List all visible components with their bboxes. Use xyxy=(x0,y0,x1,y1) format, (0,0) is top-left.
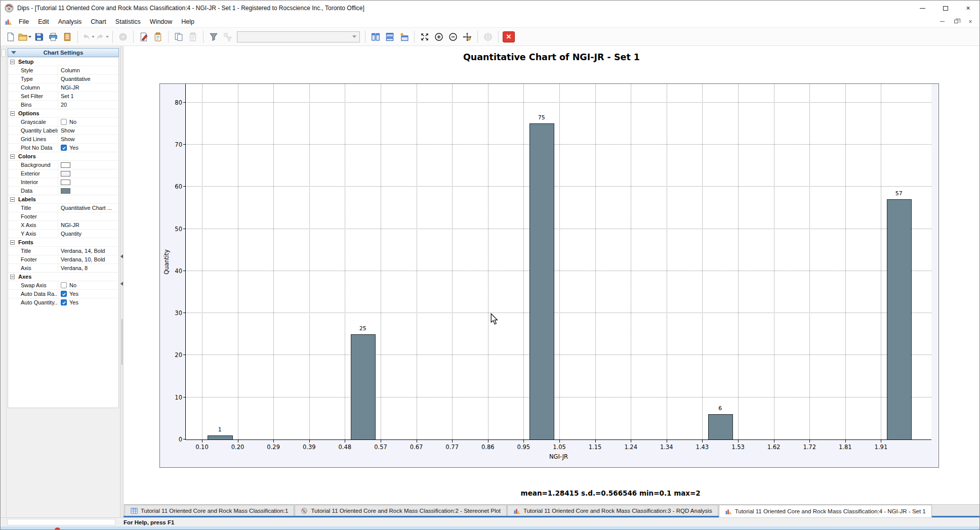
prop-row-style[interactable]: StyleColumn xyxy=(8,66,118,74)
prop-row-bins[interactable]: Bins20 xyxy=(8,100,118,109)
prop-value[interactable]: Show xyxy=(58,135,118,143)
copy-button[interactable] xyxy=(172,30,186,44)
dropdown-arrow-icon[interactable] xyxy=(92,36,95,38)
splitter-grip[interactable] xyxy=(121,319,123,365)
menu-statistics[interactable]: Statistics xyxy=(111,17,145,26)
section-axes[interactable]: Axes xyxy=(8,272,118,281)
document-tab-2[interactable]: Tutorial 11 Oriented Core and Rock Mass … xyxy=(295,505,507,516)
prop-row-footer[interactable]: Footer xyxy=(8,212,118,220)
menu-file[interactable]: File xyxy=(14,17,33,26)
prop-value[interactable] xyxy=(58,178,118,186)
prop-value[interactable]: Quantity xyxy=(58,230,118,238)
prop-row-data[interactable]: Data xyxy=(8,186,118,195)
menu-window[interactable]: Window xyxy=(145,17,177,26)
tile-vertical-button[interactable] xyxy=(369,30,383,44)
chart-settings-header[interactable]: Chart Settings xyxy=(8,48,119,57)
section-labels[interactable]: Labels xyxy=(8,195,118,203)
prop-row-x-axis[interactable]: X AxisNGI-JR xyxy=(8,220,118,229)
prop-value[interactable]: Verdana, 8 xyxy=(58,264,118,272)
prop-row-column[interactable]: ColumnNGI-JR xyxy=(8,83,118,92)
prop-value[interactable]: NGI-JR xyxy=(58,221,118,229)
dropdown-arrow-icon[interactable] xyxy=(106,36,109,38)
pan-button[interactable] xyxy=(460,30,474,44)
zoom-extents-button[interactable] xyxy=(418,30,432,44)
edit-properties-button[interactable] xyxy=(137,30,151,44)
prop-value[interactable]: Yes xyxy=(58,290,118,298)
prop-row-interior[interactable]: Interior xyxy=(8,178,118,186)
paste-button[interactable] xyxy=(186,30,200,44)
histogram-bar[interactable] xyxy=(351,334,376,439)
checkbox-checked-icon[interactable] xyxy=(61,145,67,151)
zoom-in-button[interactable] xyxy=(432,30,446,44)
collapse-icon[interactable] xyxy=(10,111,15,116)
prop-value[interactable]: Verdana, 10, Bold xyxy=(58,255,118,263)
symbol-combo-dropdown[interactable] xyxy=(237,31,360,42)
checkbox-checked-icon[interactable] xyxy=(61,299,67,305)
prop-row-quantity-labels[interactable]: Quantity LabelsShow xyxy=(8,126,118,135)
color-swatch[interactable] xyxy=(61,171,70,176)
prop-row-swap-axis[interactable]: Swap AxisNo xyxy=(8,281,118,289)
mdi-close-button[interactable]: × xyxy=(966,18,974,25)
maximize-button[interactable] xyxy=(934,1,957,16)
menu-help[interactable]: Help xyxy=(177,17,199,26)
prop-value[interactable]: No xyxy=(58,281,118,289)
prop-value[interactable]: Set 1 xyxy=(58,92,118,100)
collapse-left-icon[interactable] xyxy=(120,282,123,286)
prop-value[interactable]: Quantitative Chart ... xyxy=(58,204,118,212)
checkbox-unchecked-icon[interactable] xyxy=(61,119,67,125)
menu-edit[interactable]: Edit xyxy=(33,17,54,26)
document-tab-1[interactable]: Tutorial 11 Oriented Core and Rock Mass … xyxy=(125,505,294,516)
open-button[interactable] xyxy=(18,30,32,44)
chart-view[interactable]: Quantitative Chart of NGI-JR - Set 1 Qua… xyxy=(124,46,979,504)
prop-row-grayscale[interactable]: GrayscaleNo xyxy=(8,117,118,126)
prop-row-plot-no-data[interactable]: Plot No DataYes xyxy=(8,143,118,152)
prop-value[interactable]: Column xyxy=(58,66,118,74)
prop-row-axis[interactable]: AxisVerdana, 8 xyxy=(8,263,118,272)
prop-row-type[interactable]: TypeQuantitative xyxy=(8,74,118,83)
section-fonts[interactable]: Fonts xyxy=(8,238,118,246)
histogram-bar[interactable] xyxy=(887,199,912,439)
prop-row-title[interactable]: TitleVerdana, 14, Bold xyxy=(8,246,118,255)
collapse-icon[interactable] xyxy=(10,240,15,245)
section-colors[interactable]: Colors xyxy=(8,152,118,160)
collapse-icon[interactable] xyxy=(10,275,15,279)
query-data-button[interactable] xyxy=(221,30,235,44)
stereonet-overlay-button[interactable] xyxy=(481,30,495,44)
prop-row-grid-lines[interactable]: Grid LinesShow xyxy=(8,135,118,143)
prop-value[interactable]: Verdana, 14, Bold xyxy=(58,247,118,255)
prop-row-title[interactable]: TitleQuantitative Chart ... xyxy=(8,203,118,212)
info-viewer-button[interactable] xyxy=(60,30,74,44)
prop-row-background[interactable]: Background xyxy=(8,160,118,169)
prop-value[interactable] xyxy=(58,187,118,195)
document-tab-4[interactable]: Tutorial 11 Oriented Core and Rock Mass … xyxy=(719,505,932,517)
prop-value[interactable]: No xyxy=(58,118,118,126)
prop-row-exterior[interactable]: Exterior xyxy=(8,169,118,178)
prop-row-auto-data-ra[interactable]: Auto Data Ra...Yes xyxy=(8,289,118,298)
section-options[interactable]: Options xyxy=(8,109,118,117)
collapse-left-icon[interactable] xyxy=(120,254,123,258)
prop-value[interactable]: Quantitative xyxy=(58,75,118,83)
save-button[interactable] xyxy=(32,30,46,44)
collapse-icon[interactable] xyxy=(10,197,15,202)
color-swatch[interactable] xyxy=(61,180,70,185)
dropdown-arrow-icon[interactable] xyxy=(28,36,31,38)
print-button[interactable] xyxy=(46,30,60,44)
prop-value[interactable]: 20 xyxy=(58,101,118,109)
checkbox-checked-icon[interactable] xyxy=(61,291,67,297)
prop-value[interactable] xyxy=(58,169,118,178)
close-view-button[interactable]: ✕ xyxy=(503,31,515,42)
prop-row-footer[interactable]: FooterVerdana, 10, Bold xyxy=(8,255,118,263)
redo-button[interactable] xyxy=(95,30,109,44)
panel-grab-handle[interactable] xyxy=(2,49,6,57)
color-swatch[interactable] xyxy=(61,162,70,168)
mdi-restore-button[interactable] xyxy=(952,18,960,25)
histogram-bar[interactable] xyxy=(529,123,554,439)
zoom-out-button[interactable] xyxy=(446,30,460,44)
section-setup[interactable]: Setup xyxy=(8,57,118,66)
undo-button[interactable] xyxy=(81,30,95,44)
prop-row-y-axis[interactable]: Y AxisQuantity xyxy=(8,229,118,238)
prop-value[interactable] xyxy=(58,161,118,169)
prop-row-auto-quantity[interactable]: Auto Quantity...Yes xyxy=(8,298,118,306)
document-tab-3[interactable]: Tutorial 11 Oriented Core and Rock Mass … xyxy=(507,505,718,516)
mdi-minimize-button[interactable] xyxy=(938,18,946,25)
